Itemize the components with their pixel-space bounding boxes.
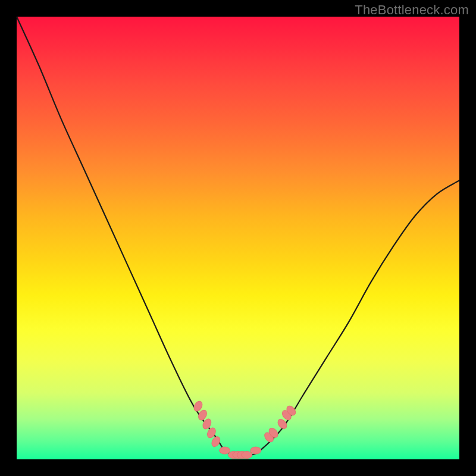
curve-marker	[242, 452, 252, 459]
watermark-text: TheBottleneck.com	[355, 2, 469, 18]
curve-marker	[220, 447, 230, 454]
curve-marker	[250, 447, 261, 454]
chart-frame: TheBottleneck.com	[0, 0, 476, 476]
chart-plot-area	[17, 17, 459, 459]
chart-svg	[17, 17, 459, 459]
bottleneck-curve	[17, 17, 459, 455]
